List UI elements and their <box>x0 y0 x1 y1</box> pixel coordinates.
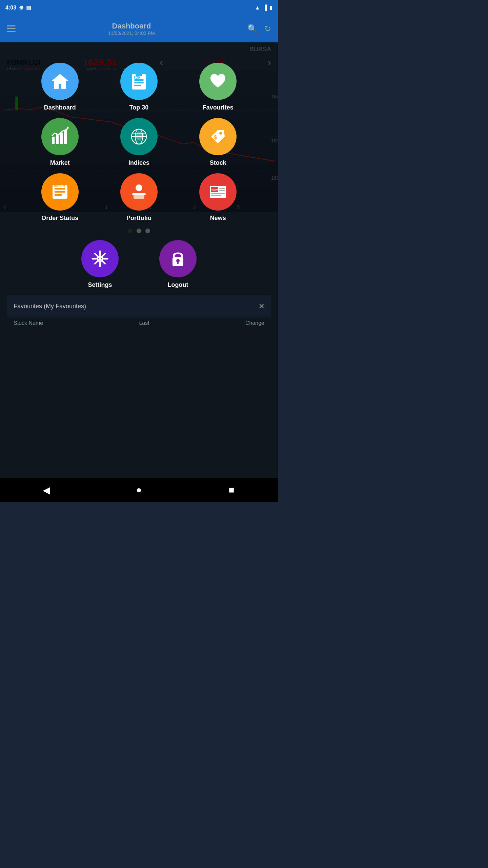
col-last: Last <box>139 320 149 326</box>
svg-rect-46 <box>219 190 225 191</box>
status-bar-right: ▲ ▐ ▮ <box>255 4 272 11</box>
logout-icon-circle <box>159 240 197 277</box>
globe-icon <box>129 126 149 147</box>
dashboard-label: Dashboard <box>44 104 76 111</box>
news-icon: NEWS <box>208 182 228 202</box>
news-icon-circle: NEWS <box>199 173 237 211</box>
settings-icon-circle <box>81 240 119 277</box>
wifi-icon: ▲ <box>255 5 260 11</box>
top-bar-center: Dashboard 11/03/2021, 04:03 PM <box>108 22 155 36</box>
menu-item-top30[interactable]: TOP Top 30 <box>103 63 175 111</box>
top-bar-icons: 🔍 ↻ <box>247 24 271 34</box>
menu-grid-row4: Settings Logout <box>81 240 197 289</box>
battery-icon: ▮ <box>269 4 272 11</box>
portfolio-icon-circle <box>120 173 158 211</box>
menu-item-favourites[interactable]: Favourites <box>182 63 254 111</box>
svg-rect-45 <box>219 188 225 189</box>
svg-rect-18 <box>134 79 144 81</box>
settings-icon <box>90 249 110 269</box>
dot-3[interactable] <box>145 229 150 233</box>
nav-home-button[interactable]: ● <box>129 480 149 500</box>
menu-item-market[interactable]: Market <box>24 118 96 166</box>
indices-label: Indices <box>128 159 149 166</box>
menu-item-logout[interactable]: Logout <box>159 240 197 289</box>
pagination-dots <box>128 229 150 233</box>
portfolio-label: Portfolio <box>126 215 151 222</box>
lock-icon <box>168 249 188 269</box>
home-circle-icon: ● <box>136 485 142 495</box>
menu-item-indices[interactable]: Indices <box>103 118 175 166</box>
svg-marker-15 <box>52 74 68 89</box>
svg-rect-22 <box>52 137 55 144</box>
menu-grid-row3: ORDER Order Status Portfolio <box>24 173 254 222</box>
nav-back-button[interactable]: ◀ <box>36 480 57 500</box>
order-icon-circle: ORDER <box>41 173 79 211</box>
stock-label: Stock <box>210 159 226 166</box>
nav-recent-button[interactable]: ■ <box>221 480 242 500</box>
hamburger-line-1 <box>7 25 16 26</box>
menu-item-portfolio[interactable]: Portfolio <box>103 173 175 222</box>
market-label: Market <box>50 159 70 166</box>
status-time: 4:03 <box>5 5 16 11</box>
nav-bar: ◀ ● ■ <box>0 478 278 502</box>
top-bar: Dashboard 11/03/2021, 04:03 PM 🔍 ↻ <box>0 15 278 42</box>
svg-rect-48 <box>211 195 221 196</box>
page-subtitle: 11/03/2021, 04:03 PM <box>108 31 155 36</box>
svg-text:TOP: TOP <box>134 76 141 79</box>
favourites-label: Favourites <box>203 104 233 111</box>
back-icon: ◀ <box>43 485 50 496</box>
news-label: News <box>210 215 226 222</box>
dot-2[interactable] <box>137 229 141 233</box>
dot-1[interactable] <box>128 229 133 233</box>
portfolio-icon <box>129 182 149 202</box>
market-icon-circle <box>41 118 79 155</box>
refresh-icon[interactable]: ↻ <box>264 24 271 34</box>
svg-text:NEWS: NEWS <box>211 188 220 191</box>
status-bar: 4:03 ⊕ ▤ ▲ ▐ ▮ <box>0 0 278 15</box>
hamburger-line-3 <box>7 31 16 32</box>
menu-item-order-status[interactable]: ORDER Order Status <box>24 173 96 222</box>
close-button[interactable]: × <box>259 301 264 312</box>
recent-icon: ■ <box>229 485 235 495</box>
svg-marker-26 <box>67 126 69 128</box>
heart-icon <box>208 71 228 92</box>
menu-item-news[interactable]: NEWS News <box>182 173 254 222</box>
svg-text:$: $ <box>214 135 217 140</box>
overlay-menu: Dashboard TOP Top 30 <box>0 42 278 478</box>
bottom-panel-wrapper: Favourites (My Favourites) × Stock Name … <box>7 295 271 329</box>
menu-item-dashboard[interactable]: Dashboard <box>24 63 96 111</box>
menu-item-stock[interactable]: $ Stock <box>182 118 254 166</box>
hamburger-menu[interactable] <box>7 25 16 32</box>
indices-icon-circle <box>120 118 158 155</box>
order-status-label: Order Status <box>41 215 78 222</box>
menu-item-settings[interactable]: Settings <box>81 240 119 289</box>
svg-rect-41 <box>134 195 144 199</box>
top30-label: Top 30 <box>129 104 149 111</box>
signal-icon: ▐ <box>263 5 267 11</box>
top30-icon-circle: TOP <box>120 63 158 100</box>
stock-icon-circle: $ <box>199 118 237 155</box>
svg-text:ORDER: ORDER <box>54 184 65 188</box>
menu-grid-row1: Dashboard TOP Top 30 <box>24 63 254 111</box>
price-tag-icon: $ <box>208 126 228 147</box>
svg-rect-19 <box>134 82 144 83</box>
logout-label: Logout <box>168 281 188 289</box>
menu-grid-row2: Market Indices <box>24 118 254 166</box>
search-icon[interactable]: 🔍 <box>247 24 258 34</box>
svg-rect-35 <box>55 188 65 190</box>
notepad-icon: TOP <box>129 71 149 92</box>
chart-icon <box>50 126 70 147</box>
status-bar-left: 4:03 ⊕ ▤ <box>5 4 31 11</box>
svg-rect-24 <box>60 133 63 144</box>
bottom-panel-title: Favourites (My Favourites) <box>14 303 86 310</box>
favourites-icon-circle <box>199 63 237 100</box>
svg-point-32 <box>219 132 222 135</box>
svg-rect-36 <box>55 191 65 193</box>
svg-rect-63 <box>177 261 179 264</box>
col-stock-name: Stock Name <box>14 320 43 326</box>
svg-rect-37 <box>55 194 62 196</box>
bottom-panel-cols: Stock Name Last Change <box>7 317 271 329</box>
order-icon: ORDER <box>50 182 70 202</box>
bottom-panel: Favourites (My Favourites) × <box>7 295 271 317</box>
home-icon <box>50 71 70 92</box>
